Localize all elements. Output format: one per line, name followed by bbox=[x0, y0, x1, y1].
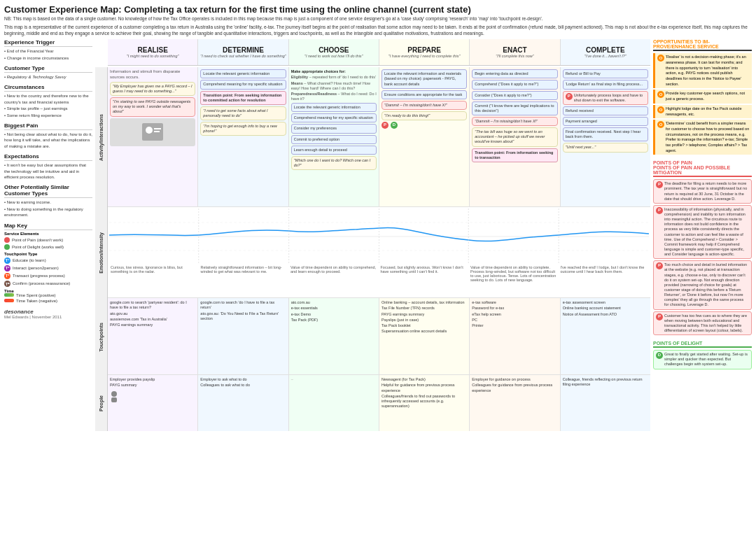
realise-icon bbox=[139, 120, 167, 144]
circumstances-title: Circumstances bbox=[4, 84, 92, 92]
determine-comprehend: Comprehend meaning for my specific situa… bbox=[200, 80, 286, 89]
time-positive-bar bbox=[4, 293, 14, 297]
pain-key-item: Point of Pain (doesn't work) bbox=[4, 237, 92, 243]
choose-eligibility: Eligibility – repeated form of 'do I nee… bbox=[291, 75, 377, 80]
prepare-speech1: "Dammit – I'm missing/don't have X!" bbox=[382, 101, 467, 110]
time-positive-label: Time Spent (positive) bbox=[16, 293, 55, 297]
choose-preparedness: Preparedness/Readiness – What do I need:… bbox=[291, 92, 377, 101]
people-determine-1: Employer to ask what to do bbox=[200, 377, 286, 382]
opp-item-1: O 'Realise' is not a decision-making pha… bbox=[653, 53, 752, 88]
people-cell-choose: – bbox=[289, 375, 379, 431]
pain-item-2: P Inaccessibility of information (physic… bbox=[653, 205, 752, 259]
phase-prepare-quote: "I have everything I need to complete th… bbox=[388, 54, 461, 58]
points-of-delight-section: POINTS OF DELIGHT D Great to finally get… bbox=[653, 341, 752, 369]
pain-item-4: P Customer has too few cues as to where … bbox=[653, 311, 752, 336]
tp-realise-3: aussiemove.com 'Tax in Australia' bbox=[110, 317, 195, 322]
service-elements-label: Service Elements bbox=[4, 232, 92, 236]
activity-row: Activity/Interactions Information and st… bbox=[95, 67, 650, 207]
people-complete-1: Colleague, friends reflecting on previou… bbox=[563, 377, 648, 387]
opp-text-2: Provide key customer-type search options… bbox=[666, 91, 750, 101]
expectations-title: Expectations bbox=[4, 153, 92, 161]
emotion-text-determine: Relatively straightforward information –… bbox=[200, 265, 290, 283]
complete-payment: Payment arranged bbox=[563, 117, 648, 126]
people-prepare-2: Helpful for guidance from previous proce… bbox=[382, 383, 467, 393]
emotion-text-choose: Value of time dependent on ability to co… bbox=[289, 265, 379, 283]
biggest-pain-item-1: Not being clear about what to do, how to… bbox=[4, 132, 92, 149]
logo: desonance bbox=[4, 309, 92, 315]
other-type-item-1: New to earning income. bbox=[4, 199, 92, 205]
realise-icon-line2 bbox=[154, 131, 160, 132]
time-negative-label: Time Taken (negative) bbox=[16, 299, 57, 303]
prepare-badges: P D bbox=[382, 122, 467, 129]
t3-label: Transact (progress process) bbox=[13, 274, 65, 278]
tp-prepare-6: Superannuation online account details bbox=[382, 329, 467, 334]
opp-item-2: O Provide key customer-type search optio… bbox=[653, 90, 752, 103]
tp-realise-4: PAYG earnings summary bbox=[110, 323, 195, 327]
opp-badge-2: O bbox=[657, 91, 664, 98]
tp-complete-1: e-tax assessment screen bbox=[563, 300, 648, 305]
svg-point-0 bbox=[111, 391, 117, 397]
delight-text-1: Great to finally get started after waiti… bbox=[664, 352, 749, 367]
complete-refund: Refund received bbox=[563, 106, 648, 115]
map-key-section: Map Key Service Elements Point of Pain (… bbox=[4, 223, 92, 303]
time-negative-item: Time Taken (negative) bbox=[4, 299, 92, 303]
emotion-text-realise: Curious, low stress. Ignorance is bliss,… bbox=[109, 265, 200, 283]
map-key-title: Map Key bbox=[4, 223, 92, 230]
opp-badge-4: O bbox=[657, 121, 664, 128]
determine-speech1: "I need to get some facts about what I p… bbox=[200, 106, 286, 120]
other-type-item-2: New to doing something in the regulatory… bbox=[4, 206, 92, 218]
left-panel: Experience Trigger End of the Financial … bbox=[4, 39, 95, 543]
pain-badge-4: P bbox=[656, 313, 663, 320]
t2-label: Interact (person2person) bbox=[13, 266, 59, 270]
page: Customer Experience Map: Completing a ta… bbox=[0, 0, 756, 543]
touchpoints-cells: google.com to search 'partyear resident'… bbox=[108, 298, 650, 374]
emotion-label-text: Emotion/Intensity bbox=[99, 232, 104, 274]
choose-commit: Commit to preferred option bbox=[291, 135, 377, 144]
people-cell-complete: Colleague, friends reflecting on previou… bbox=[561, 375, 650, 431]
choose-speech1: "Which one do I want to do? Which one ca… bbox=[291, 156, 377, 170]
touchpoint-type-label: Touchpoint Type bbox=[4, 252, 92, 256]
tp-determine-1: google.com to search 'do I have to file … bbox=[200, 300, 286, 310]
touchpoints-row: Touchpoints google.com to search 'partye… bbox=[95, 298, 650, 375]
prepare-ensure: Ensure conditions are appropriate for th… bbox=[382, 90, 467, 99]
opp-text-1: 'Realise' is not a decision-making phase… bbox=[666, 55, 750, 87]
realise-main-text: Information and stimuli from disparate s… bbox=[110, 69, 195, 80]
biggest-pain-title: Biggest Pain bbox=[4, 122, 92, 130]
enact-consider: Consider ("Does it apply to me?") bbox=[472, 91, 557, 100]
complete-lodge-return: 'Lodge Return' as final step in filing p… bbox=[563, 80, 648, 89]
people-realise-icons bbox=[110, 390, 195, 403]
page-title: Customer Experience Map: Completing a ta… bbox=[4, 4, 752, 15]
pain-text-3: Too much choice and detail in buried inf… bbox=[664, 262, 749, 307]
complete-speech1: "Until next year..." bbox=[563, 143, 648, 152]
choose-make-appropriate: Make appropriate choices for: bbox=[291, 69, 377, 74]
header-section: Customer Experience Map: Completing a ta… bbox=[4, 4, 752, 36]
points-of-pain-section: POINTS OF PAINPOINTS OF PAIN AND POSSIBL… bbox=[653, 160, 752, 335]
experience-trigger-section: Experience Trigger End of the Financial … bbox=[4, 39, 92, 61]
opp-badge-3: O bbox=[657, 106, 664, 113]
tp-choose-2: e-tax essentials bbox=[291, 306, 377, 311]
emotion-text-prepare: Focused, but slightly anxious. Won't kno… bbox=[379, 265, 470, 283]
time-negative-bar bbox=[4, 299, 14, 302]
experience-trigger-title: Experience Trigger bbox=[4, 39, 92, 47]
biggest-pain-section: Biggest Pain Not being clear about what … bbox=[4, 122, 92, 149]
phase-choose: CHOOSE "I need to work out how I'll do t… bbox=[289, 39, 379, 65]
tp-enact-5: Printer bbox=[472, 323, 557, 328]
t4-key-item: T⁴ Confirm (process reassurance) bbox=[4, 281, 92, 287]
emotion-text-row: Curious, low stress. Ignorance is bliss,… bbox=[109, 265, 649, 283]
phase-complete-name: COMPLETE bbox=[586, 46, 625, 54]
choose-means: Means – What channel? How much time! How… bbox=[291, 81, 377, 91]
people-realise-2: PAYG summary bbox=[110, 383, 195, 388]
phase-spacer bbox=[95, 39, 108, 67]
trigger-item-2: Change in income circumstances bbox=[4, 55, 92, 61]
tp-prepare-1: Online banking – account details, tax in… bbox=[382, 300, 467, 305]
emotion-cells: Curious, low stress. Ignorance is bliss,… bbox=[108, 207, 650, 297]
enact-speech1: "Dammit – I'm missing/don't have X!" bbox=[472, 117, 557, 126]
t2-badge: T² bbox=[4, 265, 10, 272]
phase-realise-name: REALISE bbox=[137, 46, 167, 54]
choose-learn: Learn enough detail to proceed bbox=[291, 146, 377, 155]
pain-text-4: Customer has too few cues as to where th… bbox=[664, 313, 749, 334]
tp-cell-enact: e-tax software Password for e-tax eTax h… bbox=[470, 298, 560, 374]
phase-enact-name: ENACT bbox=[503, 46, 526, 54]
header-description: This map is a representative of the curr… bbox=[4, 24, 752, 36]
realise-speech: "My Employer has given me a PAYG record … bbox=[110, 82, 195, 96]
